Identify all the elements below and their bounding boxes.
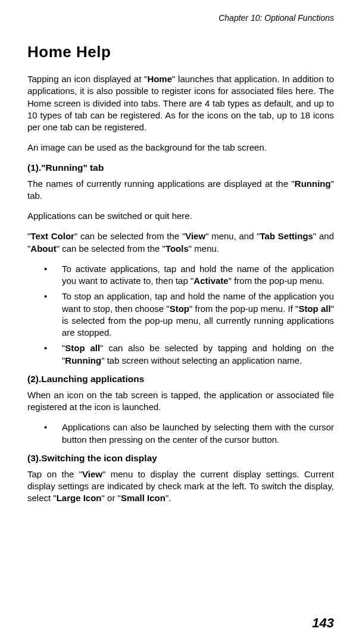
- list-item: To activate applications, tap and hold t…: [27, 263, 334, 287]
- bold-stopall2: Stop all: [65, 343, 100, 353]
- bold-home: Home: [147, 74, 172, 84]
- bold-stop: Stop: [170, 304, 189, 314]
- section-icon-display: (3).Switching the icon display: [27, 453, 334, 464]
- bold-stopall: Stop all: [298, 304, 330, 314]
- text: ".: [165, 493, 171, 503]
- text: " or ": [102, 493, 121, 503]
- text: " menu, and ": [205, 231, 260, 241]
- paragraph-icon-display: Tap on the "View" menu to display the cu…: [27, 468, 334, 505]
- bold-running: Running: [295, 179, 331, 189]
- bold-about: About: [30, 243, 56, 254]
- page: Chapter 10: Optional Functions Home Help…: [0, 0, 353, 644]
- page-number: 143: [312, 615, 334, 631]
- text: " menu.: [189, 243, 219, 254]
- bold-view2: View: [82, 469, 102, 479]
- paragraph-launching: When an icon on the tab screen is tapped…: [27, 389, 334, 414]
- bold-view: View: [185, 231, 205, 241]
- paragraph-intro: Tapping an icon displayed at "Home" laun…: [27, 73, 334, 133]
- paragraph-switch-quit: Applications can be switched or quit her…: [27, 210, 334, 222]
- section-launching: (2).Launching applications: [27, 374, 334, 384]
- list-item: To stop an application, tap and hold the…: [27, 290, 334, 339]
- list-item: Applications can also be launched by sel…: [27, 421, 334, 446]
- list-item: "Stop all" can also be selected by tappi…: [27, 342, 334, 367]
- bold-running2: Running: [65, 355, 101, 365]
- bullet-list-launching: Applications can also be launched by sel…: [27, 421, 334, 446]
- text: Tapping an icon displayed at ": [27, 74, 147, 84]
- paragraph-bgimage: An image can be used as the background f…: [27, 142, 334, 154]
- text: " can be selected from the ": [57, 243, 165, 254]
- text: The names of currently running applicati…: [27, 179, 295, 189]
- text: " from the pop-up menu.: [229, 276, 324, 286]
- section-running-tab: (1)."Running" tab: [27, 162, 334, 173]
- chapter-header: Chapter 10: Optional Functions: [27, 13, 334, 23]
- text: " tab screen without selecting an applic…: [101, 355, 302, 365]
- text: Tap on the ": [27, 469, 82, 479]
- bullet-list-running: To activate applications, tap and hold t…: [27, 263, 334, 367]
- text: " from the pop-up menu. If ": [189, 304, 298, 314]
- text: " can be selected from the ": [74, 231, 185, 241]
- bold-textcolor: Text Color: [30, 231, 74, 241]
- bold-activate: Activate: [193, 276, 228, 286]
- bold-tools: Tools: [165, 243, 189, 254]
- bold-smallicon: Small Icon: [121, 493, 165, 503]
- paragraph-running-desc: The names of currently running applicati…: [27, 178, 334, 202]
- bold-largeicon: Large Icon: [57, 493, 102, 503]
- bold-tabsettings: Tab Settings: [260, 231, 313, 241]
- paragraph-menus: "Text Color" can be selected from the "V…: [27, 230, 334, 255]
- page-title: Home Help: [27, 43, 334, 61]
